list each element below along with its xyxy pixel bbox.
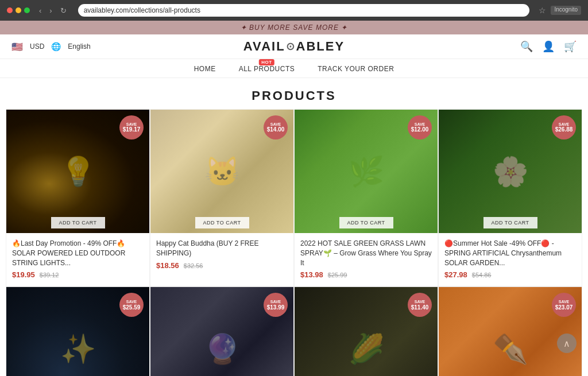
product-card[interactable]: 🌿 SAVE $12.00 ADD TO CART 2022 HOT SALE … xyxy=(294,109,438,286)
browser-chrome: ‹ › ↻ availabley.com/collections/all-pro… xyxy=(0,0,588,21)
save-label: SAVE xyxy=(559,300,570,304)
logo-text: AVAIL xyxy=(243,39,285,54)
site-logo[interactable]: AVAIL ⊙ ABLEY xyxy=(243,39,345,54)
product-card[interactable]: 🌽 SAVE $11.40 ADD TO CART Corn Cob Peele… xyxy=(294,286,438,376)
product-title: 🔥Last Day Promotion - 49% OFF🔥SOLAR POWE… xyxy=(12,239,144,268)
product-card[interactable]: 💡 SAVE $19.17 ADD TO CART 🔥Last Day Prom… xyxy=(6,109,150,286)
save-amount: $19.17 xyxy=(123,126,141,133)
search-icon[interactable]: 🔍 xyxy=(520,40,533,53)
browser-icons: ☆ Incognito xyxy=(539,6,581,15)
scroll-to-top-button[interactable]: ∧ xyxy=(557,334,577,353)
product-prices: $18.56 $32.56 xyxy=(156,261,288,270)
language-label[interactable]: English xyxy=(68,42,90,51)
product-card[interactable]: 🔮 SAVE $13.99 ADD TO CART Crystal Cat Ni… xyxy=(150,286,294,376)
product-image: 🌽 SAVE $11.40 ADD TO CART xyxy=(295,287,438,376)
product-card[interactable]: 🐱 SAVE $14.00 ADD TO CART Happy Cat Budd… xyxy=(150,109,294,286)
product-card[interactable]: 🌸 SAVE $26.88 ADD TO CART 🔴Summer Hot Sa… xyxy=(438,109,582,286)
price-original: $32.56 xyxy=(184,262,203,269)
save-amount: $14.00 xyxy=(267,126,285,133)
product-image: ✒️ SAVE $23.07 ADD TO CART xyxy=(439,287,582,376)
save-label: SAVE xyxy=(415,300,425,304)
save-label: SAVE xyxy=(415,122,425,127)
url-text: availabley.com/collections/all-products xyxy=(84,6,200,14)
announcement-bar: ✦ BUY MORE SAVE MORE ✦ xyxy=(0,21,588,34)
product-title: Happy Cat Buddha (BUY 2 FREE SHIPPING) xyxy=(156,239,288,258)
price-current: $19.95 xyxy=(12,270,35,279)
save-label: SAVE xyxy=(126,300,137,304)
save-amount: $13.99 xyxy=(267,304,285,311)
save-amount: $26.88 xyxy=(555,126,573,133)
add-to-cart-button[interactable]: ADD TO CART xyxy=(339,217,393,228)
product-image: 💡 SAVE $19.17 ADD TO CART xyxy=(6,110,149,233)
price-current: $13.98 xyxy=(300,270,323,279)
price-original: $54.86 xyxy=(472,272,492,278)
globe-icon: 🌐 xyxy=(51,42,61,51)
add-to-cart-button[interactable]: ADD TO CART xyxy=(483,217,537,228)
product-card[interactable]: ✨ SAVE $25.59 ADD TO CART Starburst Fire… xyxy=(6,286,150,376)
price-current: $27.98 xyxy=(444,270,467,279)
site-navigation: HOME HOT ALL PRODUCTS TRACK YOUR ORDER xyxy=(0,59,588,78)
nav-item-all-products[interactable]: HOT ALL PRODUCTS xyxy=(239,65,295,73)
product-image: 🌿 SAVE $12.00 ADD TO CART xyxy=(295,110,438,233)
add-to-cart-button[interactable]: ADD TO CART xyxy=(51,217,105,228)
save-badge: SAVE $14.00 xyxy=(264,115,288,139)
product-info: 🔴Summer Hot Sale -49% OFF🔴 - SPRING ARTI… xyxy=(439,233,582,279)
announcement-text: ✦ BUY MORE SAVE MORE ✦ xyxy=(241,24,347,32)
incognito-badge: Incognito xyxy=(551,6,581,15)
product-prices: $13.98 $25.99 xyxy=(300,270,432,279)
product-image: 🌸 SAVE $26.88 ADD TO CART xyxy=(439,110,582,233)
product-title: 2022 HOT SALE GREEN GRASS LAWN SPRAY🌱 – … xyxy=(300,239,432,268)
product-image: 🔮 SAVE $13.99 ADD TO CART xyxy=(150,287,293,376)
save-badge: SAVE $26.88 xyxy=(552,115,576,139)
reload-btn[interactable]: ↻ xyxy=(58,5,69,16)
product-image: ✨ SAVE $25.59 ADD TO CART xyxy=(6,287,149,376)
currency-label[interactable]: USD xyxy=(30,42,44,51)
save-amount: $12.00 xyxy=(411,126,429,133)
add-to-cart-button[interactable]: ADD TO CART xyxy=(195,217,249,228)
product-prices: $27.98 $54.86 xyxy=(444,270,576,279)
forward-btn[interactable]: › xyxy=(47,5,54,16)
price-original: $39.12 xyxy=(40,272,59,278)
page-title: PRoducts xyxy=(0,88,588,103)
header-right: 🔍 👤 🛒 xyxy=(520,40,577,53)
account-icon[interactable]: 👤 xyxy=(542,40,555,53)
save-amount: $23.07 xyxy=(555,304,573,311)
window-controls xyxy=(7,7,30,13)
site-header: 🇺🇸 USD 🌐 English AVAIL ⊙ ABLEY 🔍 👤 🛒 xyxy=(0,34,588,59)
close-window-btn[interactable] xyxy=(7,7,13,13)
product-image: 🐱 SAVE $14.00 ADD TO CART xyxy=(150,110,293,233)
products-grid: 💡 SAVE $19.17 ADD TO CART 🔥Last Day Prom… xyxy=(0,109,588,376)
product-info: Happy Cat Buddha (BUY 2 FREE SHIPPING) $… xyxy=(150,233,293,270)
product-info: 2022 HOT SALE GREEN GRASS LAWN SPRAY🌱 – … xyxy=(295,233,438,279)
save-label: SAVE xyxy=(270,122,281,127)
cart-icon[interactable]: 🛒 xyxy=(564,40,577,53)
hot-badge: HOT xyxy=(259,59,274,65)
product-prices: $19.95 $39.12 xyxy=(12,270,144,279)
header-left: 🇺🇸 USD 🌐 English xyxy=(11,41,91,52)
product-title: 🔴Summer Hot Sale -49% OFF🔴 - SPRING ARTI… xyxy=(444,239,576,268)
price-current: $18.56 xyxy=(156,261,179,270)
product-info: 🔥Last Day Promotion - 49% OFF🔥SOLAR POWE… xyxy=(6,233,149,279)
save-badge: SAVE $12.00 xyxy=(408,115,432,139)
address-bar[interactable]: availabley.com/collections/all-products xyxy=(78,4,530,17)
flag-icon: 🇺🇸 xyxy=(11,41,23,52)
maximize-window-btn[interactable] xyxy=(24,7,30,13)
save-label: SAVE xyxy=(126,122,137,127)
save-label: SAVE xyxy=(270,300,281,304)
save-label: SAVE xyxy=(559,122,570,127)
back-btn[interactable]: ‹ xyxy=(37,5,44,16)
save-amount: $11.40 xyxy=(411,304,429,311)
save-badge: SAVE $19.17 xyxy=(119,115,144,139)
star-icon[interactable]: ☆ xyxy=(539,6,546,15)
nav-item-home[interactable]: HOME xyxy=(194,65,216,73)
page-title-section: PRoducts xyxy=(0,78,588,109)
minimize-window-btn[interactable] xyxy=(16,7,21,13)
logo-text-2: ABLEY xyxy=(296,39,345,54)
price-original: $25.99 xyxy=(328,272,347,278)
save-amount: $25.59 xyxy=(123,304,141,311)
browser-navigation: ‹ › ↻ xyxy=(37,5,69,16)
logo-ring-icon: ⊙ xyxy=(286,40,296,53)
product-card[interactable]: ✒️ SAVE $23.07 ADD TO CART Professional … xyxy=(438,286,582,376)
nav-item-track-order[interactable]: TRACK YOUR ORDER xyxy=(318,65,394,73)
